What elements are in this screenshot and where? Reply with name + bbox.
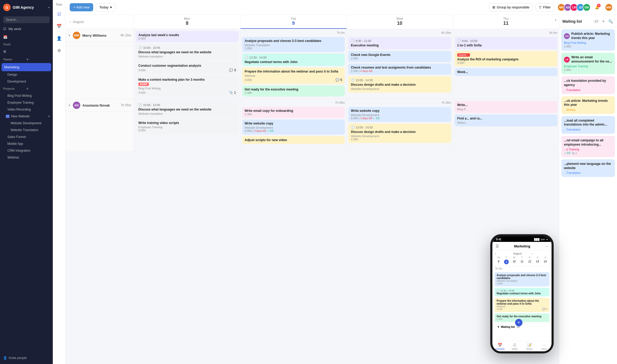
month-label: August [73, 20, 83, 24]
invite-btn[interactable]: 👤 Invite people [3, 355, 50, 361]
notification-button[interactable]: 🔔 4 [593, 4, 601, 11]
task-card[interactable]: Adjust scripts for new video [242, 136, 345, 144]
phone-header: ☰ Marketing ··· [492, 242, 552, 251]
sidebar-item-new-website[interactable]: New Website ▾ [0, 113, 53, 120]
task-card[interactable]: Write... Blog P... [455, 101, 558, 113]
today-button[interactable]: Today ▾ [96, 3, 115, 11]
task-card[interactable]: Find a... and ra... Websi... [455, 114, 558, 126]
task-card[interactable]: Analyze last week's results 0:30h [136, 31, 239, 42]
phone-cal-dates: 8 9 10 11 12 13 14 [495, 260, 549, 264]
sidebar-item-settings[interactable]: ⚙ [0, 47, 53, 56]
phone-nav-tasks[interactable]: ☑ Tasks [507, 343, 522, 350]
clock-icon: 🕐 [457, 39, 461, 42]
clock-icon: 🕐 [497, 289, 500, 292]
person-header-anastasia: ▼ AN Anastasia Novak 7h 55m [65, 99, 134, 112]
cal-nav-next[interactable]: › [555, 18, 556, 22]
task-card[interactable]: 🕐 10:00 - 10:45 Discuss what languages w… [136, 101, 239, 117]
filter-button[interactable]: ▽ Filter [535, 3, 554, 11]
waiting-card[interactable]: ...plement new language on the website .… [561, 159, 615, 177]
teams-add-btn[interactable]: + [26, 57, 50, 61]
marry-day-0: Analyze last week's results 0:30h 🕐 10:0… [134, 29, 241, 99]
task-card[interactable]: 🕐 13:00 - 14:30 Discuss design drafts an… [348, 123, 451, 143]
clock-icon: 🕐 [351, 78, 355, 82]
sidebar-item-marketing[interactable]: Marketing [2, 63, 51, 71]
marry-day-1: 7h 0m Analyze proposals and choose 2-3 b… [241, 29, 347, 99]
task-card[interactable]: Check resumes and test assigments from c… [348, 64, 451, 75]
logo[interactable]: G GIM Agency ▾ [0, 0, 53, 15]
task-card[interactable]: Write training video scripts Employee Tr… [136, 119, 239, 134]
task-card[interactable]: 🕐 13:00 - 14:30 Discuss design drafts an… [348, 76, 451, 93]
sidebar-item-website-dev[interactable]: Website Development [0, 120, 53, 127]
tools-icon-person[interactable]: 👤 [55, 34, 63, 42]
phone-task-card[interactable]: Prepare the information about the webina… [494, 298, 549, 312]
sidebar-item-video-recording[interactable]: Video Recording [0, 106, 53, 113]
waiting-card[interactable]: ...ck article: Marketing trends this yea… [561, 96, 615, 114]
add-new-button[interactable]: + Add new [70, 3, 93, 11]
waiting-card[interactable]: ...load all completed translations into … [561, 116, 615, 134]
phone-nav-schedule[interactable]: 📅 Schedule [492, 343, 507, 350]
sidebar-item-blog[interactable]: Blog Post Writing [0, 92, 53, 99]
task-card[interactable]: Get ready for the executive meeting 1:30… [242, 85, 345, 97]
sidebar-item-employee-training[interactable]: Employee Training [0, 99, 53, 106]
phone-task-card[interactable]: 🕐 12:30 - 14:00 Negotiate contract terms… [494, 288, 549, 296]
group-by-button[interactable]: ⊞ Group by responsible [489, 3, 533, 11]
teams-label: Teams [3, 58, 26, 61]
waiting-card[interactable]: ...ck translation provided by agency ...… [561, 76, 615, 94]
task-card[interactable]: Import... Analyze the ROI of marketing c… [455, 51, 558, 66]
task-card[interactable]: 🕐 10:00 - 10:45 Discuss what languages w… [136, 44, 239, 60]
cal-nav-prev[interactable]: ‹ [70, 20, 71, 24]
search-container [0, 15, 53, 25]
person-header-marry: ▼ MW Marry Williams 8h 15m [65, 29, 134, 42]
sidebar-item-webinar[interactable]: Webinar [0, 154, 53, 161]
sidebar-item-development[interactable]: Development [0, 78, 53, 85]
sidebar-item-calendar[interactable]: 📅 [0, 33, 53, 41]
waiting-card[interactable]: AN Publish article: Marketing trends thi… [561, 29, 615, 51]
task-card[interactable]: Analyze proposals and choose 2-3 best ca… [242, 37, 345, 52]
phone-cal-prev[interactable]: ‹ [495, 252, 512, 255]
task-card[interactable]: Make a content marketing plan for 3 mont… [136, 76, 239, 97]
asap-tag: ASAP [138, 83, 149, 86]
task-card[interactable]: Write website copy Website Development 5… [242, 119, 345, 135]
tools-icon-calendar[interactable]: 📅 [55, 22, 63, 30]
sidebar-item-mywork[interactable]: ☑ My work [0, 25, 53, 33]
search-input[interactable] [3, 16, 50, 23]
task-card[interactable]: Week... [455, 68, 558, 76]
phone-fab-btn[interactable]: + [515, 319, 522, 326]
sidebar-item-sales-funnel[interactable]: Sales Funnel [0, 133, 53, 140]
avatar-4[interactable]: SM [583, 3, 591, 11]
phone-more-icon[interactable]: ··· [545, 244, 548, 248]
task-card[interactable]: 🕐 12:30 - 14:00 Negotiate contract terms… [242, 54, 345, 66]
waiting-search-btn[interactable]: 🔍 [607, 18, 614, 25]
task-card[interactable]: Write website copy Website Development 5… [348, 107, 451, 122]
phone-task-card[interactable]: Analyze proposals and choose 2-3 best ca… [494, 272, 549, 286]
phone-nav-more[interactable]: ··· More [537, 343, 552, 350]
waiting-card[interactable]: ...nd email campaign to all employees in… [561, 136, 615, 157]
task-card[interactable]: Prepare the information about the webina… [242, 68, 345, 84]
sidebar-item-crm[interactable]: CRM Integration [0, 147, 53, 154]
user-avatar[interactable]: MW [605, 3, 613, 11]
phone-title: Marketing [501, 244, 544, 248]
phone-menu-icon[interactable]: ☰ [496, 244, 499, 248]
task-card[interactable]: 🕐 9:00 - 10:00 1-to-1 with Sofia [455, 37, 558, 49]
sidebar-item-mobile-app[interactable]: Mobile App [0, 140, 53, 147]
sidebar-item-design[interactable]: Design [0, 71, 53, 78]
anastasia-name: Anastasia Novak [82, 103, 110, 107]
wc-avatar: LR [564, 57, 570, 63]
tools-icon-check[interactable]: ☑ [55, 10, 63, 18]
waiting-add-btn[interactable]: + [601, 18, 606, 25]
expand-anastasia-icon[interactable]: ▼ [68, 104, 71, 107]
task-card[interactable]: Conduct customer segmentation analysis 3… [136, 62, 239, 74]
task-card[interactable]: Check new Google Events 1:00h [348, 51, 451, 62]
sidebar-item-website-trans[interactable]: Website Translation [0, 127, 53, 133]
phone-cal-next[interactable]: › [532, 252, 549, 255]
task-card[interactable]: 🕐 9:30 - 11:00 Executive meeting [348, 37, 451, 49]
marry-day-2: 6h 30m 🕐 9:30 - 11:00 Executive meeting … [347, 29, 453, 99]
expand-marry-icon[interactable]: ▼ [68, 34, 71, 37]
phone-cal-today[interactable]: 9 [504, 260, 509, 264]
projects-add-btn[interactable]: + [26, 87, 50, 91]
clock-icon: 🕐 [351, 39, 355, 42]
waiting-card[interactable]: LR Write an email announcement for the n… [561, 53, 615, 74]
tools-icon-settings[interactable]: ⚙ [55, 46, 63, 55]
phone-nav-notes[interactable]: 📝 Notes [522, 343, 537, 350]
task-card[interactable]: Write email copy for onboarding 1:30h [242, 107, 345, 118]
